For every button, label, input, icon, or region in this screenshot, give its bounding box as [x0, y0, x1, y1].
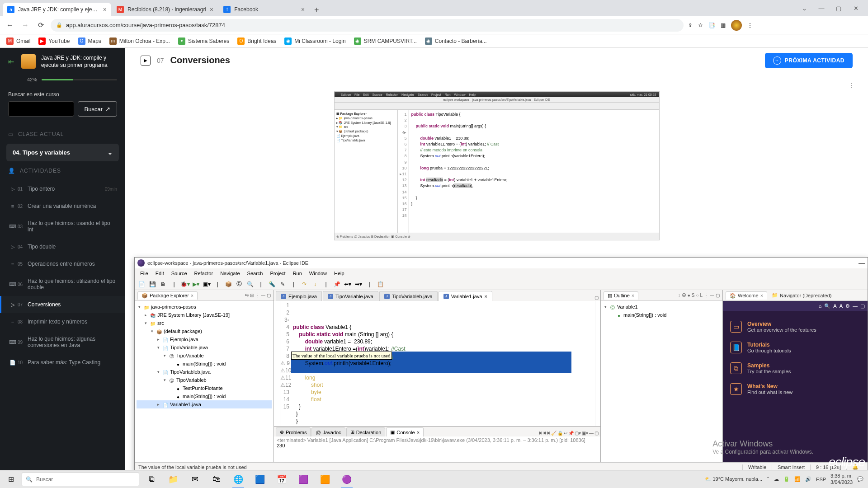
remove-all-icon[interactable]: ✖✖: [543, 431, 550, 436]
maximize-panel-icon[interactable]: ▢: [594, 295, 599, 300]
bookmark-item[interactable]: ▶YouTube: [38, 38, 70, 45]
hide-local-icon[interactable]: L: [700, 293, 703, 298]
scroll-lock-icon[interactable]: 🔒: [557, 431, 563, 436]
package-explorer-tab[interactable]: 📦Package Explorer×: [137, 291, 198, 300]
tree-item[interactable]: ●main(String[]) : void: [137, 392, 272, 400]
menu-item[interactable]: Window: [307, 270, 330, 277]
menu-item[interactable]: Navigate: [217, 270, 242, 277]
home-icon[interactable]: ⌂: [819, 303, 822, 309]
bookmark-item[interactable]: MGmail: [6, 38, 30, 45]
mail-icon[interactable]: ✉: [184, 470, 205, 488]
edge-icon[interactable]: 🟦: [250, 470, 270, 488]
bookmark-item[interactable]: ◉Mi Classroom - Login: [284, 38, 345, 45]
tree-item[interactable]: ▸📄Ejemplo.java: [137, 335, 272, 343]
notifications-icon[interactable]: 💬: [857, 476, 863, 482]
menu-item[interactable]: Help: [331, 270, 347, 277]
hide-fields-icon[interactable]: ●: [688, 293, 690, 298]
sidebar-activity[interactable]: ≡05Operaciones entre números: [0, 255, 125, 272]
store-icon[interactable]: 🛍: [206, 470, 227, 488]
tree-item[interactable]: ▸📚JRE System Library [JavaSE-19]: [137, 311, 272, 319]
enlarge-icon[interactable]: A: [840, 303, 843, 309]
forward-button[interactable]: →: [20, 20, 31, 31]
welcome-item[interactable]: ▭OverviewGet an overview of the features: [728, 316, 862, 337]
editor-tab[interactable]: JVariable1.java×: [439, 291, 492, 301]
view-menu-icon[interactable]: ⋮: [255, 293, 259, 298]
customize-icon[interactable]: ⚙: [845, 303, 850, 309]
pin-console-icon[interactable]: 📌: [568, 431, 574, 436]
maximize-icon[interactable]: ▢: [831, 5, 846, 12]
minimize-icon[interactable]: —: [859, 259, 865, 267]
tree-item[interactable]: ▾ⒸTipoVariable: [137, 352, 272, 360]
clear-console-icon[interactable]: 🧹: [551, 431, 557, 436]
back-icon[interactable]: ⇤: [8, 57, 14, 66]
back-button[interactable]: ←: [5, 20, 15, 31]
minimize-panel-icon[interactable]: —: [589, 431, 594, 436]
browser-tab-0[interactable]: a Java JRE y JDK: compile y ejecute ×: [3, 3, 111, 16]
start-button[interactable]: ⊞: [0, 470, 22, 488]
fwd-nav-icon[interactable]: ➡▾: [354, 279, 363, 289]
tree-item[interactable]: ▾📁java-primeros-pasos: [137, 303, 272, 311]
course-search-button[interactable]: Buscar ↗: [78, 101, 117, 117]
tree-item[interactable]: ▾📁src: [137, 319, 272, 327]
view-menu-icon[interactable]: ⋮: [704, 293, 708, 298]
console-tab[interactable]: ⊗Problems: [276, 427, 311, 436]
tree-item[interactable]: ▾📄TipoVariableb.java: [137, 368, 272, 376]
tree-item[interactable]: ●TestPuntoFlotante: [137, 384, 272, 392]
step-into-icon[interactable]: ↓: [310, 279, 320, 289]
browser-tab-2[interactable]: f Facebook ×: [219, 3, 309, 16]
side-panel-icon[interactable]: ▥: [721, 22, 726, 28]
coverage-icon[interactable]: ▣▾: [202, 279, 212, 289]
tree-item[interactable]: ●main(String[]) : void: [137, 360, 272, 368]
close-icon[interactable]: ×: [485, 294, 487, 299]
open-console-icon[interactable]: ▣▾: [582, 431, 588, 436]
toggle-mark-icon[interactable]: ✎: [278, 279, 288, 289]
pin-icon[interactable]: 📌: [332, 279, 342, 289]
display-selected-icon[interactable]: ▢▾: [575, 431, 581, 436]
clock[interactable]: 3:38 p. m. 3/04/2023: [830, 473, 853, 485]
bookmark-item[interactable]: GMaps: [78, 38, 101, 45]
tree-item[interactable]: ▾ⒸTipoVariableb: [137, 376, 272, 384]
remove-launch-icon[interactable]: ✖: [538, 431, 542, 436]
volume-icon[interactable]: 🔊: [805, 476, 811, 482]
welcome-item[interactable]: 📘TutorialsGo through tutorials: [728, 337, 862, 358]
tree-item[interactable]: ▾📦(default package): [137, 327, 272, 335]
kebab-menu[interactable]: ⋮: [845, 80, 857, 91]
menu-icon[interactable]: ⋮: [747, 22, 753, 28]
editor-tab[interactable]: JTipoVariable.java: [323, 291, 378, 301]
maximize-panel-icon[interactable]: ▢: [594, 431, 599, 436]
share-icon[interactable]: ⇪: [688, 22, 693, 28]
video-screenshot[interactable]: EclipseFileEditSourceRefactorNavigateSea…: [334, 91, 660, 240]
outline-tab[interactable]: ▤Outline×: [604, 291, 638, 300]
tree-item[interactable]: ▾📄TipoVariable.java: [137, 343, 272, 352]
task-view-icon[interactable]: ⧉: [141, 470, 162, 488]
window-titlebar[interactable]: eclipse-workspace - java-primeros-pasos/…: [135, 258, 868, 268]
hide-static-icon[interactable]: S: [692, 293, 695, 298]
sort-icon[interactable]: ↕: [678, 293, 680, 298]
close-icon[interactable]: ×: [760, 293, 763, 298]
bookmark-item[interactable]: ◉SRM CAMPUSVIRT...: [354, 38, 417, 45]
tree-item[interactable]: ▸📄Variable1.java: [137, 400, 272, 408]
url-input[interactable]: 🔒 app.aluracursos.com/course/java-primer…: [51, 19, 684, 32]
sidebar-activity[interactable]: ≡08Imprimir texto y números: [0, 313, 125, 330]
link-editor-icon[interactable]: ⇆: [245, 293, 249, 298]
close-icon[interactable]: ✕: [848, 5, 863, 12]
eclipse-taskbar-icon[interactable]: 🟣: [336, 470, 357, 488]
back-nav-icon[interactable]: ⬅▾: [343, 279, 353, 289]
chrome-icon[interactable]: 🌐: [228, 470, 249, 488]
menu-item[interactable]: Source: [169, 270, 190, 277]
console-tab[interactable]: ⊞Declaration: [346, 427, 386, 436]
sidebar-activity[interactable]: ▷01Tipo entero09min: [0, 180, 125, 197]
chevron-up-icon[interactable]: ˄: [767, 476, 769, 482]
sidebar-activity[interactable]: 📄10Para saber más: Type Casting: [0, 354, 125, 371]
perspective-icon[interactable]: 📋: [375, 279, 385, 289]
maximize-panel-icon[interactable]: ▢: [267, 293, 271, 298]
search-icon[interactable]: 🔦: [267, 279, 277, 289]
console-tab[interactable]: ▣Console×: [386, 427, 424, 436]
console-tab[interactable]: @Javadoc: [311, 427, 345, 436]
menu-item[interactable]: Project: [267, 270, 288, 277]
reading-list-icon[interactable]: 📑: [708, 22, 715, 28]
browser-tab-1[interactable]: M Recibidos (8.218) - ingenieraagri ×: [112, 3, 218, 16]
app-icon-1[interactable]: 🟪: [293, 470, 314, 488]
next-activity-button[interactable]: → PRÓXIMA ACTIVIDAD: [765, 53, 853, 68]
navigator-tab[interactable]: 📁Navigator (Deprecated): [769, 291, 834, 299]
